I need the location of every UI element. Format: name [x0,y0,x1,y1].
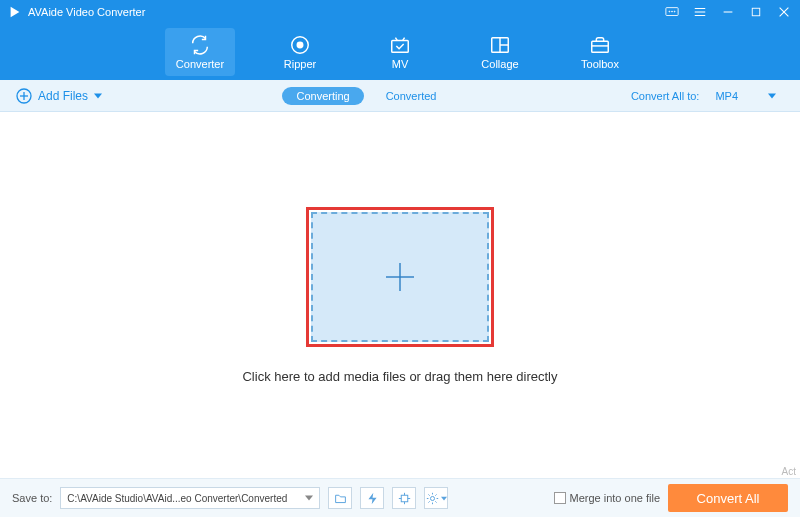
convert-all-to-section: Convert All to: MP4 [631,88,784,104]
main-navbar: Converter Ripper MV Collage Toolbox [0,24,800,80]
nav-ripper[interactable]: Ripper [265,28,335,76]
svg-marker-28 [368,492,376,503]
toolbar: Add Files Converting Converted Convert A… [0,80,800,112]
svg-rect-29 [401,495,408,502]
nav-label: MV [392,58,409,70]
drop-zone[interactable] [311,212,489,342]
ripper-icon [289,34,311,56]
app-title: AVAide Video Converter [28,6,145,18]
open-folder-button[interactable] [328,487,352,509]
svg-point-3 [672,11,673,12]
save-path-value: C:\AVAide Studio\AVAid...eo Converter\Co… [67,493,301,504]
save-path-select[interactable]: C:\AVAide Studio\AVAid...eo Converter\Co… [60,487,320,509]
mv-icon [389,34,411,56]
toolbox-icon [589,34,611,56]
minimize-icon[interactable] [720,4,736,20]
window-controls [664,4,792,20]
footer: Save to: C:\AVAide Studio\AVAid...eo Con… [0,478,800,517]
add-files-button[interactable]: Add Files [16,88,102,104]
collage-icon [489,34,511,56]
svg-point-2 [669,11,670,12]
nav-converter[interactable]: Converter [165,28,235,76]
chevron-down-icon [94,93,102,99]
feedback-icon[interactable] [664,4,680,20]
maximize-icon[interactable] [748,4,764,20]
converter-icon [189,34,211,56]
convert-button-label: Convert All [697,491,760,506]
chevron-down-icon [441,496,447,501]
plus-circle-icon [16,88,32,104]
svg-point-4 [674,11,675,12]
main-area: Click here to add media files or drag th… [0,112,800,478]
close-icon[interactable] [776,4,792,20]
nav-label: Collage [481,58,518,70]
gpu-button[interactable] [392,487,416,509]
nav-toolbox[interactable]: Toolbox [565,28,635,76]
folder-icon [334,492,347,505]
settings-button[interactable] [424,487,448,509]
titlebar: AVAide Video Converter [0,0,800,24]
chip-icon [398,492,411,505]
merge-label: Merge into one file [570,492,661,504]
svg-marker-35 [441,496,447,500]
chevron-down-icon [768,93,776,99]
convert-all-to-label: Convert All to: [631,90,699,102]
nav-label: Ripper [284,58,316,70]
tab-converting[interactable]: Converting [282,87,363,105]
svg-rect-14 [392,40,409,52]
nav-collage[interactable]: Collage [465,28,535,76]
svg-point-34 [430,496,434,500]
merge-checkbox[interactable]: Merge into one file [554,492,661,504]
format-select[interactable]: MP4 [707,88,784,104]
drop-zone-highlight [306,207,494,347]
hw-accel-button[interactable] [360,487,384,509]
svg-marker-23 [94,93,102,98]
save-to-label: Save to: [12,492,52,504]
checkbox-box [554,492,566,504]
svg-rect-9 [752,8,760,16]
gear-icon [426,492,439,505]
svg-point-13 [297,42,303,48]
app-logo-icon [8,5,22,19]
format-value: MP4 [715,90,738,102]
watermark-text: Act [782,466,796,477]
menu-icon[interactable] [692,4,708,20]
nav-label: Converter [176,58,224,70]
svg-marker-27 [305,496,313,501]
convert-all-button[interactable]: Convert All [668,484,788,512]
nav-mv[interactable]: MV [365,28,435,76]
drop-hint-text: Click here to add media files or drag th… [242,369,557,384]
plus-icon [380,257,420,297]
svg-rect-18 [592,41,609,52]
nav-label: Toolbox [581,58,619,70]
svg-marker-0 [11,7,20,18]
tab-converted[interactable]: Converted [372,87,451,105]
svg-marker-24 [768,93,776,98]
bolt-icon [366,492,379,505]
chevron-down-icon [305,495,313,501]
add-files-label: Add Files [38,89,88,103]
